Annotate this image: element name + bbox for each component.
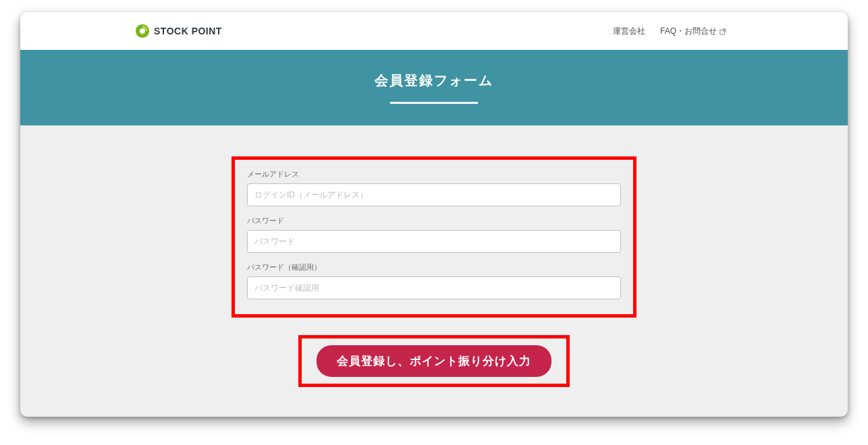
page-title: 会員登録フォーム: [375, 71, 493, 90]
password-confirm-label: パスワード（確認用）: [247, 262, 621, 272]
email-label: メールアドレス: [247, 169, 621, 179]
password-field-group: パスワード: [247, 216, 621, 253]
nav-faq-label: FAQ・お問合せ: [660, 26, 717, 37]
topbar: STOCK POINT 運営会社 FAQ・お問合せ: [20, 12, 848, 50]
nav-faq-link[interactable]: FAQ・お問合せ: [660, 26, 726, 37]
password-input[interactable]: [247, 230, 621, 253]
external-link-icon: [720, 28, 726, 34]
email-field-group: メールアドレス: [247, 169, 621, 206]
logo-text: STOCK POINT: [154, 26, 222, 36]
page-banner: 会員登録フォーム: [20, 50, 848, 125]
nav-company-link[interactable]: 運営会社: [613, 26, 645, 37]
logo[interactable]: STOCK POINT: [135, 24, 222, 38]
content-area: メールアドレス パスワード パスワード（確認用） 会員登録し、ポイント振り分け入…: [20, 125, 848, 387]
email-input[interactable]: [247, 183, 621, 206]
password-label: パスワード: [247, 216, 621, 226]
nav-company-label: 運営会社: [613, 26, 645, 37]
title-underline: [390, 102, 478, 104]
registration-form-highlight: メールアドレス パスワード パスワード（確認用）: [232, 156, 636, 318]
logo-icon: [135, 24, 150, 38]
register-submit-button[interactable]: 会員登録し、ポイント振り分け入力: [317, 345, 551, 377]
password-confirm-input[interactable]: [247, 276, 621, 299]
svg-line-3: [722, 29, 726, 32]
password-confirm-field-group: パスワード（確認用）: [247, 262, 621, 299]
svg-point-1: [140, 28, 145, 34]
nav-links: 運営会社 FAQ・お問合せ: [613, 26, 726, 37]
submit-highlight: 会員登録し、ポイント振り分け入力: [298, 335, 570, 387]
app-frame: STOCK POINT 運営会社 FAQ・お問合せ 会員登録フォーム: [20, 12, 848, 417]
